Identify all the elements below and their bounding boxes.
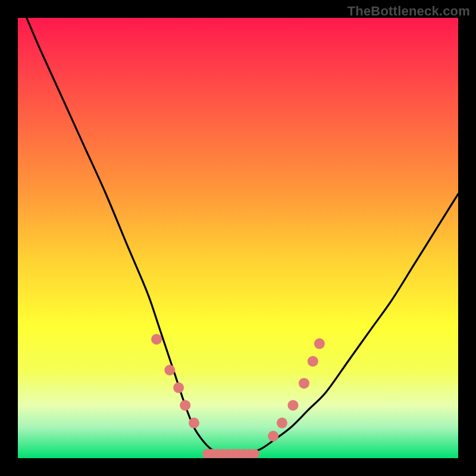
- left-markers: [151, 334, 199, 428]
- curve-marker: [268, 431, 278, 441]
- curve-marker: [164, 365, 175, 375]
- curve-marker: [299, 378, 309, 389]
- floor-markers: [202, 449, 259, 458]
- curve-marker: [277, 418, 287, 428]
- curve-marker: [180, 400, 190, 411]
- watermark-text: TheBottleneck.com: [347, 4, 470, 19]
- curve-marker: [288, 400, 299, 411]
- chart-frame: TheBottleneck.com: [0, 0, 476, 476]
- right-markers: [268, 339, 325, 441]
- curve-marker: [314, 339, 325, 349]
- bottleneck-curve-svg: [18, 18, 458, 458]
- bottleneck-curve: [27, 18, 458, 454]
- curve-marker: [189, 418, 199, 428]
- curve-marker: [173, 383, 184, 393]
- curve-marker: [308, 356, 318, 367]
- curve-marker: [151, 334, 162, 345]
- curve-marker: [250, 449, 259, 458]
- plot-area: [18, 18, 458, 458]
